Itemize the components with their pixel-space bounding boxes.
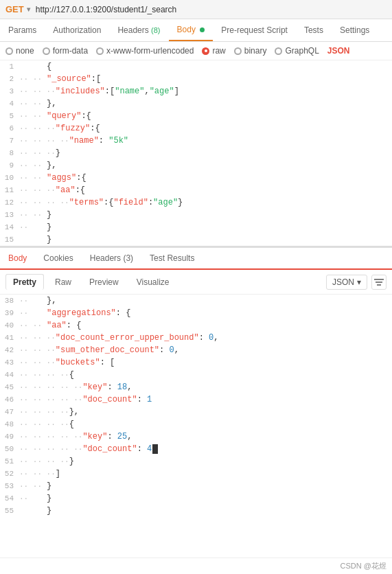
- response-body-editor[interactable]: 38 ·· }, 39 ·· "aggregations": { 40 ·· ·…: [0, 295, 392, 517]
- json-format-chevron-icon: ▾: [357, 277, 361, 287]
- url-input[interactable]: http://127.0.0.1:9200/student1/_search: [36, 5, 387, 14]
- resp-line-48: 48 ·· ·· ·· ·· {: [0, 418, 392, 430]
- tab-tests[interactable]: Tests: [296, 20, 332, 41]
- body-type-bar: none form-data x-www-form-urlencoded raw…: [0, 42, 392, 60]
- resp-line-51: 51 ·· ·· ·· ·· }: [0, 455, 392, 468]
- req-line-12: 12 ·· ·· ·· ·· "terms":{"field":"age"}: [0, 196, 392, 209]
- resp-line-49: 49 ·· ·· ·· ·· ·· "key": 25,: [0, 430, 392, 443]
- json-format-value: JSON: [332, 277, 354, 287]
- resp-line-41: 41 ·· ·· ·· "doc_count_error_upper_bound…: [0, 332, 392, 344]
- tab-params[interactable]: Params: [0, 20, 45, 41]
- resp-tab-visualize[interactable]: Visualize: [130, 275, 176, 290]
- req-line-2: 2 ·· ·· "_source":[: [0, 73, 392, 85]
- resp-line-45: 45 ·· ·· ·· ·· ·· "key": 18,: [0, 381, 392, 393]
- response-tab-bar: Body Cookies Headers (3) Test Results: [0, 248, 392, 270]
- radio-raw-circle: [202, 47, 209, 55]
- resp-line-53: 53 ·· ·· }: [0, 480, 392, 492]
- resp-line-52: 52 ·· ·· ·· ]: [0, 468, 392, 480]
- tab-pre-request[interactable]: Pre-request Script: [213, 20, 296, 41]
- req-line-9: 9 ·· ·· },: [0, 159, 392, 172]
- top-tab-bar: Params Authorization Headers (8) Body Pr…: [0, 19, 392, 42]
- resp-line-39: 39 ·· "aggregations": {: [0, 307, 392, 319]
- radio-none-circle: [5, 47, 13, 55]
- resp-tab-pretty[interactable]: Pretty: [5, 274, 44, 290]
- footer-text: CSDN @花煜: [341, 562, 387, 570]
- response-section: Body Cookies Headers (3) Test Results Pr…: [0, 248, 392, 517]
- radio-binary-label: binary: [244, 46, 267, 56]
- resp-line-38: 38 ·· },: [0, 295, 392, 307]
- radio-form-data[interactable]: form-data: [43, 46, 88, 56]
- tab-response-body[interactable]: Body: [0, 248, 35, 270]
- body-dot: [200, 27, 205, 32]
- response-toolbar: Pretty Raw Preview Visualize JSON ▾: [0, 270, 392, 295]
- req-line-10: 10 ·· ·· "aggs":{: [0, 172, 392, 184]
- tab-body[interactable]: Body: [169, 19, 214, 41]
- req-line-13: 13 ·· ·· }: [0, 209, 392, 221]
- filter-icon[interactable]: [371, 275, 387, 290]
- resp-line-54: 54 ·· }: [0, 492, 392, 505]
- req-line-8: 8 ·· ·· ·· }: [0, 147, 392, 159]
- radio-urlencoded-circle: [96, 47, 104, 55]
- url-bar: GET ▾ http://127.0.0.1:9200/student1/_se…: [0, 0, 392, 19]
- resp-line-42: 42 ·· ·· ·· "sum_other_doc_count": 0,: [0, 344, 392, 356]
- tab-cookies[interactable]: Cookies: [35, 248, 81, 268]
- json-format-select[interactable]: JSON ▾: [326, 275, 367, 290]
- resp-tab-raw[interactable]: Raw: [48, 275, 78, 290]
- resp-line-55: 55 }: [0, 505, 392, 517]
- radio-binary[interactable]: binary: [234, 46, 267, 56]
- req-line-3: 3 ·· ·· ·· "includes":["name","age"]: [0, 85, 392, 97]
- method-select[interactable]: GET ▾: [5, 4, 30, 14]
- radio-form-data-circle: [43, 47, 50, 55]
- headers-badge: (8): [151, 26, 160, 34]
- method-chevron-icon: ▾: [27, 5, 30, 13]
- method-label: GET: [5, 4, 24, 14]
- footer: CSDN @花煜: [0, 558, 392, 574]
- req-line-4: 4 ·· ·· },: [0, 97, 392, 110]
- req-line-11: 11 ·· ·· ·· "aa":{: [0, 184, 392, 196]
- radio-graphql[interactable]: GraphQL: [275, 46, 319, 56]
- radio-urlencoded-label: x-www-form-urlencoded: [106, 46, 194, 56]
- radio-raw[interactable]: raw: [202, 46, 225, 56]
- tab-headers[interactable]: Headers (8): [109, 20, 168, 41]
- radio-graphql-circle: [275, 47, 282, 55]
- resp-line-40: 40 ·· ·· "aa": {: [0, 319, 392, 332]
- req-line-6: 6 ·· ·· ·· "fuzzy":{: [0, 122, 392, 135]
- resp-line-47: 47 ·· ·· ·· ·· },: [0, 406, 392, 418]
- req-line-5: 5 ·· ·· "query":{: [0, 110, 392, 122]
- resp-line-43: 43 ·· ·· ·· "buckets": [: [0, 356, 392, 369]
- radio-form-data-label: form-data: [53, 46, 88, 56]
- json-format-label[interactable]: JSON: [327, 46, 350, 56]
- radio-binary-circle: [234, 47, 242, 55]
- tab-settings[interactable]: Settings: [332, 20, 378, 41]
- radio-raw-label: raw: [212, 46, 225, 56]
- req-line-15: 15 }: [0, 233, 392, 246]
- radio-none[interactable]: none: [5, 46, 34, 56]
- radio-none-label: none: [16, 46, 34, 56]
- req-line-1: 1 {: [0, 60, 392, 73]
- request-body-editor[interactable]: 1 { 2 ·· ·· "_source":[ 3 ·· ·· ·· "incl…: [0, 60, 392, 248]
- req-line-7: 7 ·· ·· ·· ·· "name": "5k": [0, 135, 392, 147]
- radio-urlencoded[interactable]: x-www-form-urlencoded: [96, 46, 194, 56]
- resp-tab-preview[interactable]: Preview: [82, 275, 126, 290]
- resp-line-44: 44 ·· ·· ·· ·· {: [0, 369, 392, 381]
- req-line-14: 14 ·· }: [0, 221, 392, 233]
- tab-response-headers[interactable]: Headers (3): [82, 248, 141, 268]
- resp-line-50: 50 ·· ·· ·· ·· ·· "doc_count": 4: [0, 443, 392, 455]
- radio-graphql-label: GraphQL: [285, 46, 319, 56]
- resp-line-46: 46 ·· ·· ·· ·· ·· "doc_count": 1: [0, 393, 392, 406]
- tab-test-results[interactable]: Test Results: [141, 248, 203, 268]
- tab-authorization[interactable]: Authorization: [45, 20, 109, 41]
